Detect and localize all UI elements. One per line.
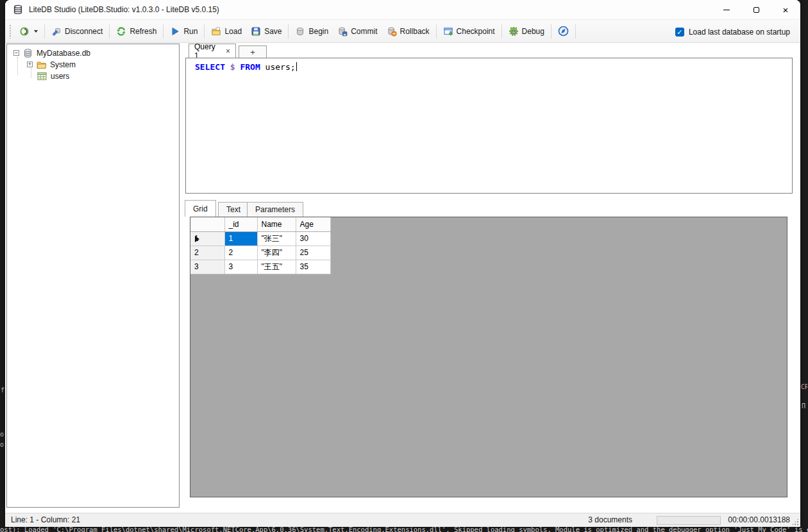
grid-cell[interactable]: "王五" xyxy=(257,260,296,274)
grid-column-header[interactable]: Name xyxy=(257,217,296,231)
app-window: LiteDB Studio (LiteDB.Studio: v1.0.3.0 -… xyxy=(5,0,800,527)
compass-icon xyxy=(558,26,569,37)
grid-cell-selected[interactable]: 1 xyxy=(224,231,257,245)
rollback-button[interactable]: Rollback xyxy=(382,23,434,40)
grid-row-header[interactable]: 1 xyxy=(190,231,224,245)
toolbar-button-label: Run xyxy=(183,27,198,36)
folder-icon xyxy=(36,60,47,70)
toolbar-separator xyxy=(501,24,502,38)
checkpoint-button[interactable]: Checkpoint xyxy=(439,23,500,40)
tree-node-database[interactable]: − MyDatabase.db xyxy=(13,47,90,58)
sql-keyword: SELECT xyxy=(195,62,225,72)
grid-cell[interactable]: 30 xyxy=(296,231,330,245)
litedb-logo-icon xyxy=(13,4,23,15)
tab-text[interactable]: Text xyxy=(218,202,249,217)
grid-cell[interactable]: "张三" xyxy=(257,231,296,245)
sql-identifier: users; xyxy=(265,62,296,72)
maximize-button[interactable] xyxy=(741,0,771,19)
connect-icon xyxy=(19,26,29,37)
tree-node-label[interactable]: users xyxy=(51,72,69,81)
toolbar-separator xyxy=(436,24,437,38)
grid-cell[interactable]: "李四" xyxy=(257,245,296,260)
grid-header-row: _id Name Age xyxy=(190,217,330,231)
grid-row-header[interactable]: 2 xyxy=(190,245,224,260)
expand-expander-icon[interactable]: + xyxy=(27,62,33,67)
minimize-button[interactable] xyxy=(712,0,741,19)
sql-editor[interactable]: SELECT $ FROM users; xyxy=(185,58,793,194)
status-bar: Line: 1 - Column: 21 3 documents 00:00:0… xyxy=(5,513,800,527)
tab-grid[interactable]: Grid xyxy=(185,200,216,217)
grid-row: 3 3 "王五" 35 xyxy=(190,260,330,274)
toolbar-separator xyxy=(44,24,45,38)
close-button[interactable]: × xyxy=(771,0,800,19)
toolbar-grip[interactable] xyxy=(9,24,12,38)
toolbar-button-label: Load xyxy=(224,27,242,36)
toolbar-separator xyxy=(204,24,205,38)
commit-button[interactable]: Commit xyxy=(333,23,382,40)
startup-checkbox-group[interactable]: ✓ Load last database on startup xyxy=(675,20,790,44)
toolbar-button-label: Refresh xyxy=(130,27,156,36)
save-button[interactable]: Save xyxy=(246,23,286,40)
grid-column-header[interactable]: _id xyxy=(224,217,257,231)
toolbar-separator xyxy=(551,24,551,38)
window-title: LiteDB Studio (LiteDB.Studio: v1.0.3.0 -… xyxy=(29,5,219,14)
refresh-button[interactable]: Refresh xyxy=(112,23,161,40)
database-icon xyxy=(22,48,33,58)
checkbox-checked-icon[interactable]: ✓ xyxy=(675,28,684,37)
navigate-button[interactable] xyxy=(553,23,573,40)
disconnect-button[interactable]: Disconnect xyxy=(47,23,107,40)
commit-icon xyxy=(337,26,348,37)
tree-node-users[interactable]: users xyxy=(37,71,69,81)
tab-label: Text xyxy=(226,205,240,214)
toolbar-button-label: Debug xyxy=(522,27,544,36)
grid-row-header[interactable]: 3 xyxy=(190,260,224,274)
table-icon xyxy=(37,71,47,81)
results-grid: _id Name Age 1 1 "张三" 30 2 2 "李四" 25 xyxy=(190,217,331,274)
document-count-status: 3 documents xyxy=(588,515,632,524)
collapse-expander-icon[interactable]: − xyxy=(13,50,19,56)
run-button[interactable]: Run xyxy=(165,23,202,40)
grid-cell[interactable]: 25 xyxy=(296,245,330,260)
toolbar-button-label: Begin xyxy=(308,27,328,36)
grid-corner-header[interactable] xyxy=(190,217,224,231)
tree-node-system[interactable]: + System xyxy=(27,59,76,70)
debug-button[interactable]: Debug xyxy=(504,23,549,40)
tree-node-label[interactable]: System xyxy=(50,60,76,69)
maximize-icon xyxy=(753,7,759,13)
grid-column-header[interactable]: Age xyxy=(296,217,330,231)
load-button[interactable]: Load xyxy=(206,23,246,40)
grid-cell[interactable]: 2 xyxy=(224,245,257,260)
grid-cell[interactable]: 3 xyxy=(224,260,257,274)
connect-button[interactable] xyxy=(15,23,42,40)
toolbar-button-label: Disconnect xyxy=(65,27,103,36)
row-number: 2 xyxy=(194,248,199,257)
titlebar[interactable]: LiteDB Studio (LiteDB.Studio: v1.0.3.0 -… xyxy=(5,0,800,19)
rollback-icon xyxy=(387,26,397,37)
toolbar: Disconnect Refresh Run xyxy=(5,19,800,43)
resize-grip[interactable] xyxy=(791,518,799,526)
tree-node-label[interactable]: MyDatabase.db xyxy=(37,49,90,58)
sql-keyword: FROM xyxy=(240,62,260,72)
run-icon xyxy=(170,26,180,37)
background-text-fragment: П xyxy=(802,403,808,410)
current-row-icon xyxy=(195,236,199,242)
grid-row: 2 2 "李四" 25 xyxy=(190,245,330,260)
database-tree: − MyDatabase.db + System xyxy=(6,44,180,508)
add-query-tab-button[interactable]: + xyxy=(239,46,267,58)
row-number: 3 xyxy=(194,262,199,271)
tab-parameters[interactable]: Parameters xyxy=(247,202,303,217)
close-tab-icon[interactable]: × xyxy=(226,47,230,55)
startup-checkbox-label: Load last database on startup xyxy=(689,28,790,37)
toolbar-button-label: Checkpoint xyxy=(457,27,495,36)
grid-cell[interactable]: 35 xyxy=(296,260,330,274)
begin-transaction-icon xyxy=(295,26,305,37)
tab-label: Grid xyxy=(193,204,208,213)
connect-dropdown-icon[interactable] xyxy=(34,30,38,33)
query-tab[interactable]: Query 1 × xyxy=(189,44,236,58)
begin-button[interactable]: Begin xyxy=(290,23,333,40)
sql-param: $ xyxy=(230,62,235,72)
grid-row: 1 1 "张三" 30 xyxy=(190,231,330,245)
close-icon: × xyxy=(783,5,789,15)
progress-bar xyxy=(657,516,721,525)
load-folder-icon xyxy=(211,26,221,37)
